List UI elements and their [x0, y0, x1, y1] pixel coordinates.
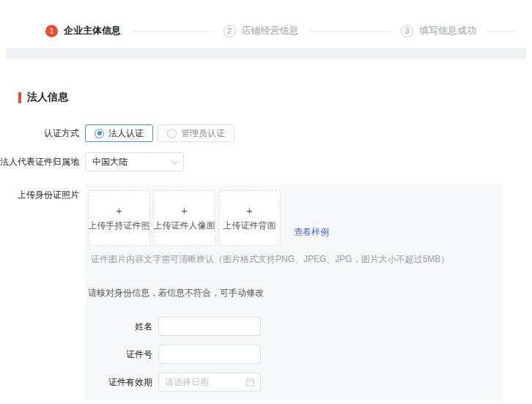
step-success: 3 填写信息成功 — [401, 24, 476, 37]
step-enterprise-info: 1 企业主体信息 — [45, 24, 121, 37]
upload-id-front-button[interactable]: + 上传证件人像面 — [153, 190, 215, 246]
view-sample-link[interactable]: 查看样例 — [294, 226, 329, 239]
plus-icon: + — [246, 205, 253, 216]
plus-icon: + — [181, 205, 188, 216]
upload-id-back-button[interactable]: + 上传证件背面 — [218, 190, 281, 246]
stepper: 1 企业主体信息 2 店铺经营信息 3 填写信息成功 — [45, 24, 516, 37]
step-3-circle-icon: 3 — [401, 25, 413, 37]
radio-selected-icon[interactable] — [95, 129, 104, 138]
upload-row: 上传身份证照片 + 上传手持证件照 + 上传证件人像面 + 上传证件背面 查看样… — [0, 184, 502, 276]
upload-note: 证件图片内容文字需可清晰辨认（图片格式支持PNG、JPEG、JPG，图片大小不超… — [91, 253, 495, 266]
step-2-circle-icon: 2 — [223, 25, 236, 37]
auth-method-label: 认证方式 — [0, 127, 79, 140]
identity-hint: 请核对身份信息，若信息不符合，可手动修改 — [85, 277, 502, 299]
calendar-icon[interactable] — [245, 378, 255, 387]
plus-icon: + — [116, 205, 122, 216]
upload-box-label: 上传证件人像面 — [154, 220, 215, 232]
stepper-connector — [131, 31, 213, 31]
divider-band — [6, 48, 526, 59]
auth-option-label: 法人认证 — [108, 127, 144, 140]
step-3-label: 填写信息成功 — [419, 24, 476, 37]
id-number-input[interactable] — [158, 345, 261, 364]
stepper-connector — [309, 31, 391, 31]
step-1-circle-icon: 1 — [45, 25, 58, 37]
upload-handheld-id-button[interactable]: + 上传手持证件照 — [88, 190, 150, 246]
validity-row: 证件有效期 — [85, 373, 502, 392]
upload-box-label: 上传证件背面 — [223, 220, 276, 232]
region-select[interactable]: 中国大陆 — [85, 152, 184, 171]
stepper-connector — [487, 31, 516, 31]
upload-panel: + 上传手持证件照 + 上传证件人像面 + 上传证件背面 查看样例 证件图片内容… — [85, 184, 502, 276]
name-label: 姓名 — [85, 321, 152, 333]
step-1-label: 企业主体信息 — [64, 24, 121, 37]
chevron-down-icon — [171, 157, 179, 165]
registration-page: 1 企业主体信息 2 店铺经营信息 3 填写信息成功 法人信息 认证方式 法人认… — [0, 0, 532, 404]
id-number-label: 证件号 — [85, 348, 152, 361]
id-number-row: 证件号 — [85, 345, 502, 364]
auth-option-admin[interactable]: 管理员认证 — [158, 124, 234, 142]
identity-panel: 请核对身份信息，若信息不符合，可手动修改 姓名 证件号 证件有效期 — [85, 277, 502, 401]
step-store-info: 2 店铺经营信息 — [223, 24, 299, 37]
name-row: 姓名 — [85, 317, 502, 336]
auth-option-legal-person[interactable]: 法人认证 — [85, 124, 153, 142]
region-row: 法人代表证件归属地 中国大陆 — [0, 152, 184, 171]
auth-method-row: 认证方式 法人认证 管理员认证 — [0, 124, 234, 142]
radio-unselected-icon[interactable] — [167, 129, 177, 138]
step-2-label: 店铺经营信息 — [242, 24, 299, 37]
auth-option-label: 管理员认证 — [181, 127, 225, 140]
section-header: 法人信息 — [18, 91, 68, 104]
upload-box-label: 上传手持证件照 — [89, 220, 150, 232]
validity-label: 证件有效期 — [85, 376, 152, 389]
name-input[interactable] — [158, 317, 261, 336]
section-title: 法人信息 — [27, 91, 68, 104]
region-label: 法人代表证件归属地 — [0, 156, 79, 168]
section-accent-bar — [18, 92, 21, 103]
upload-label: 上传身份证照片 — [0, 184, 79, 201]
region-selected-value: 中国大陆 — [92, 156, 128, 168]
